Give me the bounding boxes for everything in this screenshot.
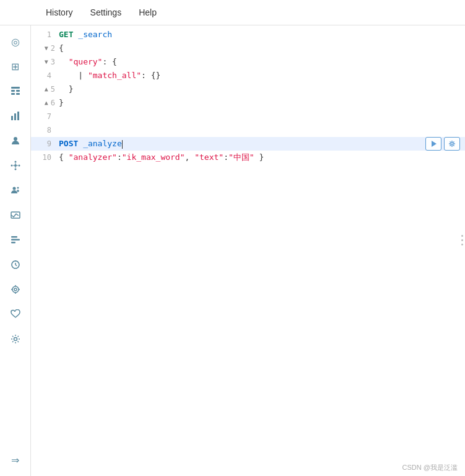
line-number-7: 7	[31, 110, 59, 123]
svg-rect-6	[14, 113, 16, 120]
svg-point-28	[14, 288, 17, 291]
line-number-10: 10	[31, 151, 59, 164]
svg-rect-7	[17, 112, 19, 120]
sidebar-icon-task[interactable]	[4, 253, 27, 276]
sidebar-icon-expand[interactable]: ⇒	[4, 449, 27, 471]
svg-rect-23	[11, 236, 17, 238]
menu-history[interactable]: History	[37, 2, 82, 22]
code-line-4: 4 | "match_all": {}	[31, 69, 465, 82]
svg-point-35	[451, 143, 453, 145]
line-number-4: 4	[31, 69, 59, 82]
line-content-2[interactable]: {	[59, 42, 465, 55]
svg-rect-3	[11, 93, 15, 95]
sidebar-icon-queue[interactable]	[4, 229, 27, 251]
menu-settings[interactable]: Settings	[82, 2, 131, 22]
code-line-3: ▼3 "query": {	[31, 55, 465, 69]
sidebar-icon-cluster[interactable]	[4, 154, 27, 177]
code-line-7: 7	[31, 110, 465, 123]
svg-point-9	[14, 164, 17, 167]
resize-handle[interactable]	[459, 232, 465, 248]
menu-help[interactable]: Help	[130, 2, 165, 22]
top-menu-bar: History Settings Help	[0, 0, 465, 25]
svg-point-12	[11, 165, 12, 167]
svg-rect-4	[16, 93, 20, 95]
svg-rect-24	[11, 239, 20, 241]
line-content-10[interactable]: { "analyzer":"ik_max_word", "text":"中国" …	[59, 151, 465, 164]
svg-rect-25	[11, 242, 15, 244]
code-editor[interactable]: 1 GET _search ▼2 { ▼3 "query": { 4 | "ma…	[31, 25, 465, 476]
line-content-4[interactable]: | "match_all": {}	[59, 69, 465, 82]
sidebar-icon-snapshot[interactable]	[4, 204, 27, 226]
code-line-8: 8	[31, 123, 465, 137]
sidebar-icon-person[interactable]	[4, 130, 27, 152]
sidebar-bottom: ⇒	[4, 449, 27, 471]
code-line-10: 10 { "analyzer":"ik_max_word", "text":"中…	[31, 151, 465, 164]
svg-point-10	[14, 161, 16, 163]
fold-indicator-3[interactable]: ▼3	[31, 55, 59, 69]
line-content-9[interactable]: POST _analyze	[59, 137, 465, 151]
line-number-9: 9	[31, 137, 59, 151]
sidebar-icon-table[interactable]	[4, 80, 27, 102]
svg-point-27	[12, 286, 19, 293]
code-line-6: ▲6 }	[31, 96, 465, 110]
sidebar-icon-plugin[interactable]	[4, 278, 27, 301]
code-line-9: 9 POST _analyze	[31, 137, 465, 151]
svg-point-8	[14, 137, 17, 141]
wrench-button[interactable]	[444, 137, 460, 151]
fold-indicator-2[interactable]: ▼2	[31, 42, 59, 55]
run-button[interactable]	[425, 137, 441, 151]
editor-area[interactable]: 1 GET _search ▼2 { ▼3 "query": { 4 | "ma…	[31, 25, 465, 476]
code-line-1: 1 GET _search	[31, 28, 465, 42]
line-number-1: 1	[31, 28, 59, 42]
sidebar-icon-settings[interactable]	[4, 328, 27, 350]
svg-marker-34	[432, 141, 437, 147]
sidebar-icon-dashboard[interactable]: ⊞	[4, 55, 27, 77]
svg-point-33	[14, 338, 17, 341]
svg-point-13	[18, 165, 20, 167]
svg-point-19	[17, 187, 19, 189]
sidebar-icon-monitor[interactable]	[4, 303, 27, 325]
sidebar-icon-compass[interactable]: ◎	[4, 30, 27, 53]
sidebar-icon-chart[interactable]	[4, 105, 27, 127]
line-content-5[interactable]: }	[59, 82, 465, 96]
sidebar: ◎ ⊞	[0, 25, 31, 476]
watermark: CSDN @我是泛滥	[402, 463, 458, 472]
fold-indicator-6[interactable]: ▲6	[31, 96, 59, 110]
svg-rect-1	[11, 90, 15, 92]
svg-rect-5	[11, 116, 13, 120]
sidebar-icon-user[interactable]	[4, 179, 27, 201]
line-number-8: 8	[31, 123, 59, 137]
code-line-5: ▲5 }	[31, 82, 465, 96]
svg-rect-2	[16, 90, 20, 92]
fold-indicator-5[interactable]: ▲5	[31, 82, 59, 96]
line-actions-9	[425, 137, 460, 151]
line-content-6[interactable]: }	[59, 96, 465, 110]
svg-point-11	[14, 169, 16, 170]
main-area: ◎ ⊞	[0, 25, 465, 476]
svg-point-18	[12, 187, 15, 190]
line-content-3[interactable]: "query": {	[59, 55, 465, 69]
code-line-2: ▼2 {	[31, 42, 465, 55]
line-content-1[interactable]: GET _search	[59, 28, 465, 42]
svg-rect-0	[11, 87, 20, 89]
